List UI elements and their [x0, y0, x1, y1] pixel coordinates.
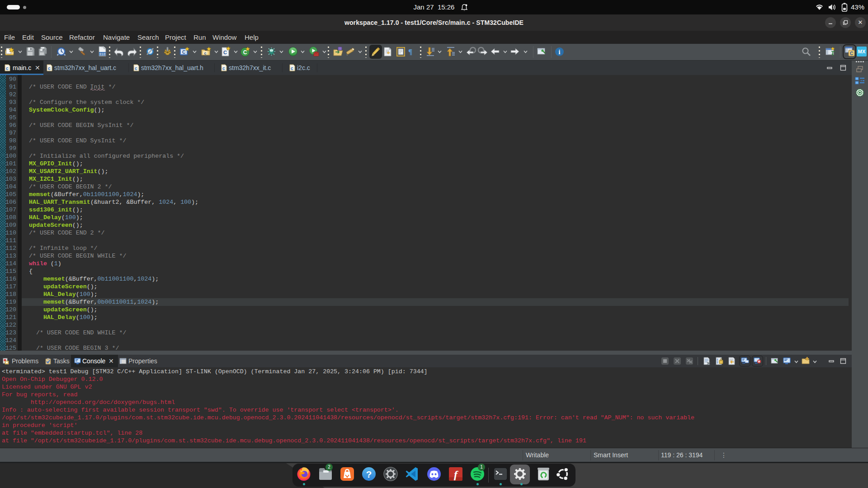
svg-text:?: ? [366, 469, 372, 479]
svg-text:C: C [182, 50, 185, 55]
svg-text:C: C [850, 51, 853, 56]
svg-text:C: C [223, 50, 227, 55]
svg-text:c: c [222, 66, 225, 71]
svg-text:c: c [135, 66, 137, 71]
svg-text:i: i [559, 49, 561, 56]
svg-text:010: 010 [99, 52, 106, 56]
svg-text:c: c [48, 66, 51, 71]
svg-text:c: c [6, 66, 9, 71]
svg-text:c: c [291, 66, 293, 71]
svg-text:c: c [204, 51, 206, 56]
